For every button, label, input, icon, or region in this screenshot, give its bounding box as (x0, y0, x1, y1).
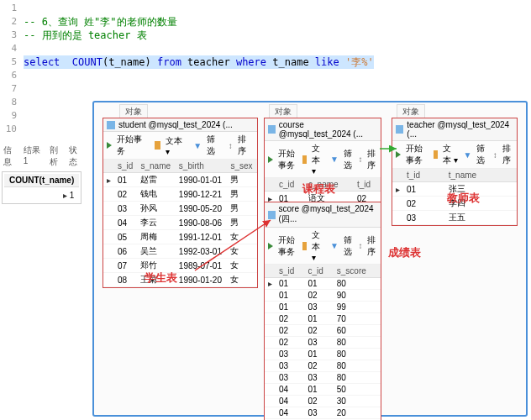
filter-button[interactable]: 筛选 (344, 234, 354, 258)
table-toolbar[interactable]: 开始事务文本 ▾▼筛选↕排序 (265, 228, 381, 265)
cell[interactable]: 02 (304, 396, 333, 407)
cell[interactable]: 02 (276, 313, 304, 325)
table-toolbar[interactable]: 开始事务文本 ▾▼筛选↕排序 (265, 141, 381, 178)
table-row[interactable]: ▸01赵雷1990-01-01男 (103, 173, 257, 187)
sort-icon[interactable]: ↕ (358, 241, 362, 250)
text-button[interactable]: 文本 ▾ (166, 135, 188, 156)
sort-icon[interactable]: ↕ (358, 155, 362, 164)
sort-button[interactable]: 排序 (367, 234, 377, 258)
start-tx-button[interactable]: 开始事务 (278, 148, 297, 171)
cell[interactable]: 钱电 (137, 187, 175, 202)
column-header[interactable]: s_id (114, 160, 137, 173)
table-row[interactable]: ▸010180 (265, 278, 381, 290)
cell[interactable]: 02 (276, 325, 304, 337)
column-header[interactable]: c_id (304, 265, 333, 278)
filter-icon[interactable]: ▼ (193, 141, 202, 150)
cell[interactable]: 04 (276, 396, 304, 407)
column-header[interactable]: t_name (445, 169, 517, 182)
table-row[interactable]: 03王五 (392, 211, 517, 225)
filter-button[interactable]: 筛选 (476, 143, 487, 166)
table-row[interactable]: 040320 (265, 407, 381, 419)
code-line[interactable]: -- 用到的是 teacher 表 (24, 29, 147, 42)
cell[interactable]: 04 (276, 407, 304, 419)
column-header[interactable]: s_sex (227, 160, 257, 173)
cell[interactable]: 03 (403, 211, 445, 225)
cell[interactable]: 80 (334, 360, 381, 372)
cell[interactable]: 1990-08-06 (176, 216, 228, 230)
doc-icon[interactable] (302, 155, 307, 164)
cell[interactable]: 01 (403, 182, 445, 197)
cell[interactable]: 1990-01-01 (176, 173, 228, 187)
cell[interactable]: 1990-01-20 (176, 273, 228, 287)
cell[interactable]: 04 (114, 216, 137, 230)
play-icon[interactable] (107, 142, 112, 149)
cell[interactable]: 01 (304, 278, 333, 290)
cell[interactable]: 80 (334, 349, 381, 360)
cell[interactable]: 周梅 (137, 230, 175, 244)
cell[interactable]: 03 (304, 407, 333, 419)
doc-icon[interactable] (434, 150, 438, 159)
cell[interactable]: 08 (114, 273, 137, 287)
cell[interactable]: 03 (276, 349, 304, 360)
cell[interactable]: 70 (334, 313, 381, 325)
cell[interactable]: 男 (227, 216, 257, 230)
sort-icon[interactable]: ↕ (229, 141, 233, 150)
cell[interactable]: 男 (227, 202, 257, 216)
code-line[interactable]: select COUNT(t_name) from teacher where … (24, 55, 374, 69)
table-row[interactable]: 040150 (265, 384, 381, 396)
cell[interactable]: 01 (304, 384, 333, 396)
column-header[interactable]: t_id (354, 178, 381, 192)
table-row[interactable]: 03孙风1990-05-20男 (103, 202, 257, 216)
text-button[interactable]: 文本 ▾ (443, 143, 459, 166)
cell[interactable]: 02 (304, 325, 333, 337)
cell[interactable]: 吴兰 (137, 244, 175, 259)
tab-status[interactable]: 状态 (69, 144, 84, 168)
column-header[interactable]: s_id (276, 265, 304, 278)
column-header[interactable]: c_id (276, 178, 305, 192)
table-row[interactable]: 05周梅1991-12-01女 (103, 230, 257, 244)
filter-button[interactable]: 筛选 (207, 134, 223, 157)
cell[interactable]: 01 (276, 302, 304, 313)
table-row[interactable]: 02钱电1990-12-21男 (103, 187, 257, 202)
text-button[interactable]: 文本 ▾ (312, 143, 325, 176)
filter-icon[interactable]: ▼ (330, 155, 339, 164)
cell[interactable]: 01 (276, 290, 304, 302)
cell[interactable]: 03 (276, 372, 304, 384)
sort-button[interactable]: 排序 (502, 143, 513, 166)
filter-icon[interactable]: ▼ (463, 150, 471, 160)
cell[interactable]: 女 (227, 230, 257, 244)
text-button[interactable]: 文本 ▾ (312, 229, 325, 262)
cell[interactable]: 02 (276, 337, 304, 349)
filter-button[interactable]: 筛选 (344, 148, 354, 171)
cell[interactable]: 50 (334, 384, 381, 396)
cell[interactable]: 女 (227, 244, 257, 259)
cell[interactable]: 1992-03-01 (176, 244, 228, 259)
cell[interactable]: 04 (276, 384, 304, 396)
table-toolbar[interactable]: 开始事务文本 ▾▼筛选↕排序 (103, 132, 257, 160)
data-grid[interactable]: s_ids_names_births_sex▸01赵雷1990-01-01男02… (103, 160, 257, 287)
table-toolbar[interactable]: 开始事务文本 ▾▼筛选↕排序 (392, 141, 517, 169)
cell[interactable]: 王五 (445, 211, 517, 225)
table-row[interactable]: 040230 (265, 396, 381, 407)
doc-icon[interactable] (302, 242, 307, 250)
result-tabs[interactable]: 信息 结果 1 剖析 状态 (0, 143, 92, 170)
cell[interactable]: 80 (334, 337, 381, 349)
play-icon[interactable] (396, 151, 401, 158)
cell[interactable]: 02 (403, 197, 445, 211)
table-row[interactable]: 010290 (265, 290, 381, 302)
cell[interactable]: 孙风 (137, 202, 175, 216)
cell[interactable]: 06 (114, 244, 137, 259)
sort-button[interactable]: 排序 (238, 134, 254, 157)
tab-profile[interactable]: 剖析 (50, 144, 65, 168)
table-row[interactable]: 030280 (265, 360, 381, 372)
cell[interactable]: 01 (114, 173, 137, 187)
table-row[interactable]: 08王菊1990-01-20女 (103, 273, 257, 287)
teacher-table-window[interactable]: teacher @mysql_test_2024 (...开始事务文本 ▾▼筛选… (392, 118, 518, 226)
cell[interactable]: 05 (114, 230, 137, 244)
play-icon[interactable] (268, 243, 273, 249)
cell[interactable]: 03 (304, 337, 333, 349)
table-row[interactable]: 010399 (265, 302, 381, 313)
cell[interactable]: 80 (334, 372, 381, 384)
table-row[interactable]: 020170 (265, 313, 381, 325)
tab-result1[interactable]: 结果 1 (24, 144, 45, 168)
